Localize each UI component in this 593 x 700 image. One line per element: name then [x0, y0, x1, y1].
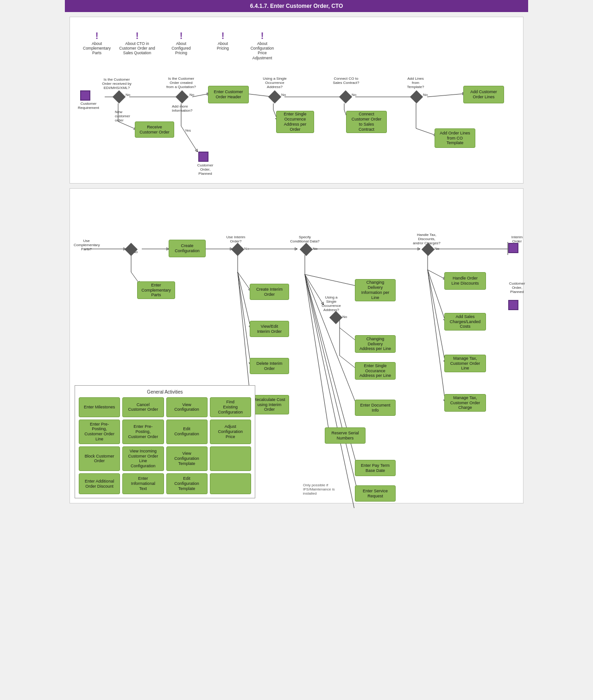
svg-line-44	[428, 270, 445, 321]
enter-info-text-btn[interactable]: EnterInformationalText	[122, 473, 164, 494]
svg-line-46	[428, 270, 445, 402]
no-single-inner-label: No	[342, 315, 347, 319]
co-planned-label-2: CustomerOrder,Planned	[503, 281, 531, 294]
edit-config-btn[interactable]: EditConfiguration	[166, 420, 208, 444]
q-edi-label: Is the CustomerOrder received byEDI/MHS/…	[99, 77, 135, 90]
addmore-label: Add moreInformation?	[172, 104, 192, 113]
q-conditional-label: SpecifyConditional Data?	[289, 235, 321, 243]
page-title: 6.4.1.7. Enter Customer Order, CTO	[250, 3, 343, 9]
view-incoming-config-btn[interactable]: View IncomingCustomer OrderLineConfigura…	[122, 446, 164, 471]
view-config-template-btn[interactable]: ViewConfigurationTemplate	[166, 446, 208, 471]
yes-label-1: Yes	[185, 128, 191, 133]
changing-delivery-addr-box[interactable]: ChangingDeliveryAddress per Line	[355, 335, 396, 353]
enter-single-addr-line-box[interactable]: Enter SingleOccuranceAddress per Line	[355, 362, 396, 380]
reserve-serial-box[interactable]: Reserve SerialNumbers	[325, 427, 366, 444]
changing-delivery-line-box[interactable]: ChangingDeliveryInformation perLine	[355, 279, 396, 301]
svg-line-2	[192, 94, 209, 97]
no-label-1: No	[126, 93, 130, 97]
no-label-4: No	[352, 93, 356, 97]
ga-title: General Activities	[79, 389, 251, 395]
add-co-lines-box[interactable]: Add CustomerOrder Lines	[463, 86, 504, 103]
manage-tax-line-box[interactable]: Manage Tax,Customer OrderLine	[444, 355, 486, 372]
new-co-label: Newcustomerorder	[115, 110, 130, 122]
interim-order-event	[508, 243, 518, 253]
q-sales-contract-label: Connect CO toSales Contract?	[327, 76, 365, 85]
page-wrapper: 6.4.1.7. Enter Customer Order, CTO	[65, 0, 528, 503]
diamond-edi	[113, 90, 126, 103]
empty-2	[210, 473, 251, 494]
q-single-inner-label: Using aSingleOccurrenceAddress?	[317, 295, 345, 312]
diamond-single-inner	[329, 311, 342, 324]
ifs-maint-note: Only possible ifIFS/Maintenance isinstal…	[303, 483, 354, 496]
svg-line-29	[238, 272, 251, 402]
enter-co-header-box[interactable]: Enter CustomerOrder Header	[208, 86, 249, 103]
enter-single-addr-box[interactable]: Enter SingleOccurrenceAddress perOrder	[276, 111, 314, 133]
receive-co-box[interactable]: ReceiveCustomer Order	[135, 121, 174, 138]
svg-line-16	[416, 128, 436, 135]
q-single-addr-label: Using a SingleOccurrenceAddress?	[256, 76, 293, 89]
no-label-5: No	[423, 93, 428, 97]
cancel-co-btn[interactable]: CancelCustomer Order	[122, 397, 164, 417]
co-planned-label-1: CustomerOrder,Planned	[191, 163, 219, 176]
title-bar: 6.4.1.7. Enter Customer Order, CTO	[65, 0, 528, 12]
icon-cto: ! About CTO inCustomer Order andSales Qu…	[119, 31, 156, 56]
enter-pay-term-box[interactable]: Enter Pay TermBase Date	[355, 460, 396, 476]
recalc-cost-box[interactable]: Recalculate Costusing InterimOrder	[250, 395, 289, 414]
icon-pricing: ! AboutPricing	[204, 31, 241, 51]
manage-tax-charge-box[interactable]: Manage Tax,Customer OrderCharge	[444, 394, 486, 412]
enter-service-req-box[interactable]: Enter ServiceRequest	[355, 485, 396, 502]
enter-pre-posting-btn[interactable]: Enter Pre-Posting,Customer Order	[122, 420, 164, 444]
enter-doc-info-box[interactable]: Enter DocumentInfo	[355, 400, 396, 416]
diamond-single-addr	[268, 90, 281, 103]
no-label-3: No	[281, 93, 286, 97]
view-config-btn[interactable]: ViewConfiguration	[166, 397, 208, 417]
create-interim-box[interactable]: Create InterimOrder	[250, 284, 289, 300]
customer-requirement-event	[80, 90, 90, 101]
add-sales-charges-box[interactable]: Add SalesCharges/LandedCosts	[444, 313, 486, 331]
co-planned-event-1	[198, 152, 208, 162]
no-label-2: No	[189, 93, 194, 97]
diamond-sales-contract	[339, 90, 352, 103]
diamond-template	[410, 90, 423, 103]
add-order-lines-tmpl-box[interactable]: Add Order Linesfrom COTemplate	[435, 128, 475, 148]
svg-line-27	[238, 272, 251, 328]
block-co-btn[interactable]: Block CustomerOrder	[79, 446, 120, 471]
find-existing-config-btn[interactable]: FindExistingConfiguration	[210, 397, 251, 417]
view-edit-interim-box[interactable]: View/EditInterim Order	[250, 321, 289, 337]
delete-interim-box[interactable]: Delete InterimOrder	[250, 358, 289, 374]
diamond-interim	[231, 243, 244, 256]
no-conditional-label: No	[313, 247, 317, 251]
diamond-quotation	[176, 90, 189, 103]
q-interim-label: Use InterimOrder?	[222, 235, 250, 243]
svg-line-28	[238, 272, 251, 365]
enter-comp-parts-box[interactable]: EnterComplementaryParts	[137, 281, 175, 299]
svg-line-37	[305, 274, 357, 407]
svg-line-45	[428, 270, 445, 363]
empty-1	[210, 446, 251, 471]
interim-order-label-right: InterimOrder	[503, 235, 531, 243]
q-comp-label: UseComplementaryParts?	[74, 239, 99, 251]
enter-pre-posting-line-btn[interactable]: Enter Pre-Posting,Customer OrderLine	[79, 420, 120, 444]
no-tax-label: No	[435, 247, 439, 251]
section1-diagram: ! AboutComplementaryParts ! About CTO in…	[69, 17, 524, 184]
enter-milestones-btn[interactable]: Enter Milestones	[79, 397, 120, 417]
ga-grid: Enter Milestones CancelCustomer Order Vi…	[79, 397, 251, 494]
svg-line-26	[238, 272, 251, 291]
enter-addl-discount-btn[interactable]: Enter AdditionalOrder Discount	[79, 473, 120, 494]
svg-line-6	[427, 94, 465, 97]
connect-co-box[interactable]: ConnectCustomer Orderto SalesContract	[346, 111, 387, 133]
section2-diagram: UseComplementaryParts? No CreateConfigur…	[69, 188, 524, 503]
icon-config-price-adj: ! AboutConfigurationPriceAdjustment	[244, 31, 281, 60]
edit-config-template-btn[interactable]: EditConfigurationTemplate	[166, 473, 208, 494]
co-planned-event-2	[508, 300, 518, 310]
handle-discounts-box[interactable]: Handle OrderLine Discounts	[444, 272, 486, 290]
no-interim-label: No	[244, 247, 249, 251]
q-quotation-label: Is the CustomerOrder createdfrom a Quota…	[163, 76, 200, 89]
adjust-config-price-btn[interactable]: AdjustConfigurationPrice	[210, 420, 251, 444]
svg-line-36	[305, 274, 357, 286]
create-config-box[interactable]: CreateConfiguration	[169, 240, 206, 257]
icon-complementary-parts: ! AboutComplementaryParts	[78, 31, 115, 56]
general-activities-container: General Activities Enter Milestones Canc…	[75, 385, 255, 498]
customer-req-label: CustomerRequirement	[75, 102, 102, 110]
icon-configured-pricing: ! AboutConfiguredPricing	[163, 31, 200, 56]
